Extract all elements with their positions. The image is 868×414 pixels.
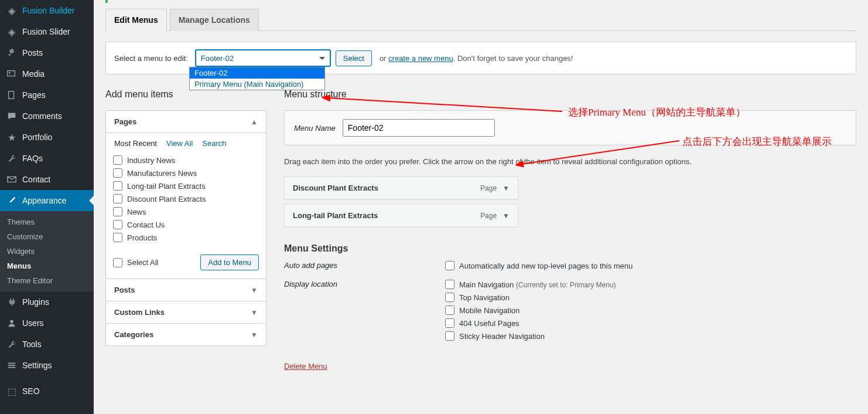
menu-name-input[interactable] [343, 119, 495, 137]
page-checkbox[interactable] [113, 233, 122, 242]
delete-menu-link[interactable]: Delete Menu [284, 362, 327, 371]
svg-rect-2 [9, 91, 14, 99]
page-item-row: Discount Plant Extracts [113, 192, 259, 205]
seo-icon: ⬚ [6, 385, 18, 397]
caret-down-icon: ▼ [251, 308, 258, 317]
svg-point-1 [9, 72, 11, 74]
tab-edit-menus[interactable]: Edit Menus [105, 9, 167, 31]
svg-rect-6 [8, 365, 16, 366]
select-menu-label: Select a menu to edit: [114, 54, 188, 63]
dropdown-option-primary-menu[interactable]: Primary Menu (Main Navigation) [190, 79, 324, 90]
page-checkbox[interactable] [113, 194, 122, 203]
svg-rect-0 [8, 71, 15, 76]
page-item-row: Long-tail Plant Extracts [113, 179, 259, 192]
location-option: Main Navigation (Currently set to: Prima… [445, 280, 616, 289]
page-item-row: News [113, 205, 259, 218]
location-option: Mobile Navigation [445, 306, 616, 315]
select-button[interactable]: Select [336, 50, 372, 66]
cube-icon: ◈ [6, 5, 18, 16]
tab-manage-locations[interactable]: Manage Locations [170, 9, 259, 31]
svg-point-4 [10, 320, 13, 323]
menu-settings-heading: Menu Settings [284, 243, 856, 254]
menu-name-row: Menu Name [284, 110, 856, 145]
caret-down-icon: ▼ [251, 286, 258, 294]
page-checkbox[interactable] [113, 155, 122, 165]
page-item-row: Products [113, 231, 259, 244]
caret-down-icon: ▼ [251, 331, 258, 339]
svg-rect-5 [8, 363, 16, 364]
plugin-icon [6, 296, 18, 308]
page-checkbox[interactable] [113, 181, 122, 191]
menu-item-discount[interactable]: Discount Plant Extracts Page▼ [284, 177, 518, 199]
main-content: Edit Menus Manage Locations Select a men… [94, 0, 868, 414]
submenu-menus[interactable]: Menus [0, 259, 94, 273]
tablink-most-recent[interactable]: Most Recent [114, 139, 157, 148]
page-item-row: Contact Us [113, 218, 259, 231]
tools-icon [6, 338, 18, 350]
add-to-menu-button[interactable]: Add to Menu [200, 254, 259, 270]
brush-icon [6, 195, 18, 206]
sidebar-item-settings[interactable]: Settings [0, 355, 94, 376]
location-checkbox[interactable] [445, 293, 454, 302]
sidebar-item-contact[interactable]: Contact [0, 169, 94, 190]
display-location-label: Display location [284, 280, 445, 344]
accordion-pages-header[interactable]: Pages▲ [106, 111, 266, 133]
sidebar-item-appearance[interactable]: Appearance [0, 190, 94, 211]
sidebar-item-users[interactable]: Users [0, 313, 94, 334]
mail-icon [6, 174, 18, 185]
select-all-checkbox[interactable] [113, 258, 122, 267]
sidebar-item-seo[interactable]: ⬚SEO [0, 381, 94, 402]
location-checkbox[interactable] [445, 280, 454, 289]
add-menu-items-heading: Add menu items [105, 89, 266, 100]
page-checkbox[interactable] [113, 220, 122, 229]
sidebar-item-tools[interactable]: Tools [0, 334, 94, 355]
sidebar-item-comments[interactable]: Comments [0, 106, 94, 127]
sidebar-item-plugins[interactable]: Plugins [0, 291, 94, 313]
accordion-categories-header[interactable]: Categories▼ [106, 324, 266, 345]
submenu-theme-editor[interactable]: Theme Editor [0, 273, 94, 288]
menu-name-label: Menu Name [294, 124, 336, 133]
menu-item-longtail[interactable]: Long-tail Plant Extracts Page▼ [284, 204, 518, 227]
sidebar-item-faqs[interactable]: FAQs [0, 148, 94, 169]
pages-tab-links: Most Recent View All Search [113, 139, 259, 148]
menu-select-dropdown[interactable]: Footer-02 [195, 49, 331, 67]
menu-select-bar: Select a menu to edit: Footer-02 Footer-… [105, 42, 856, 74]
page-checkbox[interactable] [113, 207, 122, 216]
comment-icon [6, 110, 18, 122]
caret-up-icon: ▲ [251, 118, 258, 126]
auto-add-option: Automatically add new top-level pages to… [445, 261, 633, 270]
create-new-menu-link[interactable]: create a new menu [388, 54, 453, 63]
menu-select-dropdown-list: Footer-02 Primary Menu (Main Navigation) [189, 67, 325, 90]
page-icon [6, 89, 18, 101]
page-item-row: Industry News [113, 154, 259, 167]
sidebar-item-fusion-builder[interactable]: ◈Fusion Builder [0, 0, 94, 21]
admin-sidebar: ◈Fusion Builder ◈Fusion Slider Posts Med… [0, 0, 94, 414]
accordion-custom-links-header[interactable]: Custom Links▼ [106, 301, 266, 324]
submenu-widgets[interactable]: Widgets [0, 244, 94, 259]
location-checkbox[interactable] [445, 306, 454, 315]
location-checkbox[interactable] [445, 331, 454, 341]
svg-rect-7 [8, 367, 16, 368]
accordion-posts-header[interactable]: Posts▼ [106, 279, 266, 301]
auto-add-label: Auto add pages [284, 261, 445, 274]
notice-border [105, 0, 856, 3]
page-item-row: Manufacturers News [113, 167, 259, 179]
auto-add-checkbox[interactable] [445, 261, 454, 270]
page-checkbox[interactable] [113, 168, 122, 178]
location-checkbox[interactable] [445, 318, 454, 328]
accordion-container: Pages▲ Most Recent View All Search Indus… [105, 110, 266, 346]
submenu-themes[interactable]: Themes [0, 215, 94, 229]
tablink-search[interactable]: Search [202, 139, 226, 148]
submenu-customize[interactable]: Customize [0, 229, 94, 244]
caret-down-icon: ▼ [503, 212, 510, 220]
sidebar-item-media[interactable]: Media [0, 63, 94, 84]
sidebar-submenu-appearance: Themes Customize Widgets Menus Theme Edi… [0, 211, 94, 291]
sidebar-item-portfolio[interactable]: ★Portfolio [0, 127, 94, 148]
dropdown-option-footer02[interactable]: Footer-02 [190, 67, 324, 79]
sidebar-item-posts[interactable]: Posts [0, 42, 94, 63]
menu-structure-heading: Menu structure [284, 89, 856, 100]
tablink-view-all[interactable]: View All [166, 139, 193, 148]
sidebar-item-pages[interactable]: Pages [0, 84, 94, 106]
sidebar-item-fusion-slider[interactable]: ◈Fusion Slider [0, 21, 94, 42]
pin-icon [6, 47, 18, 59]
